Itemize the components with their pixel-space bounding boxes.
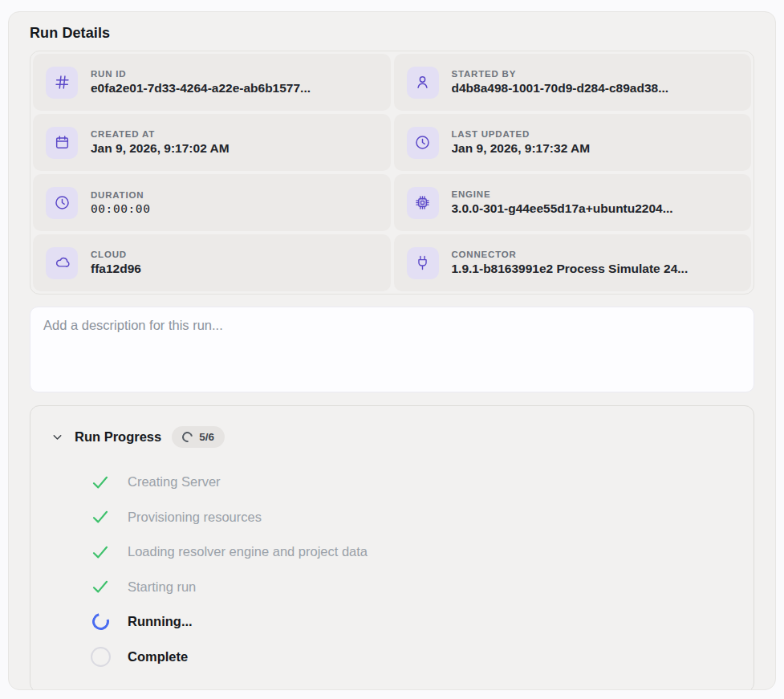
info-value: e0fa2e01-7d33-4264-a22e-ab6b1577... (91, 81, 311, 96)
run-progress-title: Run Progress (75, 429, 161, 445)
progress-step: Complete (90, 640, 734, 675)
progress-count: 5/6 (199, 431, 214, 443)
info-card-last-updated: LAST UPDATED Jan 9, 2026, 9:17:32 AM (394, 114, 752, 171)
clock-icon (407, 127, 439, 159)
progress-step: Provisioning resources (90, 500, 734, 535)
page-title: Run Details (30, 25, 754, 42)
run-info-grid: RUN ID e0fa2e01-7d33-4264-a22e-ab6b1577.… (30, 51, 754, 295)
calendar-icon (46, 127, 78, 159)
info-label: CONNECTOR (452, 250, 689, 259)
step-label: Creating Server (128, 474, 221, 490)
plug-icon (407, 247, 439, 279)
info-label: CLOUD (91, 250, 141, 259)
step-label: Provisioning resources (128, 510, 262, 525)
progress-step: Running... (90, 604, 734, 640)
pending-circle-icon (90, 646, 111, 667)
chip-icon (407, 187, 439, 219)
info-value: 3.0.0-301-g44ee55d17a+ubuntu2204... (452, 201, 673, 216)
info-card-engine: ENGINE 3.0.0-301-g44ee55d17a+ubuntu2204.… (394, 174, 752, 231)
info-card-cloud: CLOUD ffa12d96 (33, 234, 391, 291)
spinner-icon (181, 429, 195, 444)
progress-step: Starting run (90, 570, 734, 605)
progress-step: Creating Server (90, 465, 734, 500)
info-card-connector: CONNECTOR 1.9.1-b8163991e2 Process Simul… (394, 234, 752, 291)
info-card-started-by: STARTED BY d4b8a498-1001-70d9-d284-c89ad… (394, 54, 752, 111)
info-value: ffa12d96 (91, 262, 141, 276)
info-label: RUN ID (91, 69, 311, 79)
info-value: Jan 9, 2026, 9:17:02 AM (91, 141, 230, 156)
run-progress-section: Run Progress 5/6 Creating Server Provisi… (30, 405, 754, 690)
info-value: d4b8a498-1001-70d9-d284-c89ad38... (452, 81, 669, 96)
hash-icon (46, 67, 78, 99)
progress-step-list: Creating Server Provisioning resources L… (90, 465, 734, 674)
chevron-down-icon (51, 430, 64, 444)
run-details-panel: Run Details RUN ID e0fa2e01-7d33-4264-a2… (8, 11, 776, 690)
info-card-duration: DURATION 00:00:00 (33, 174, 391, 231)
step-label: Complete (128, 649, 188, 664)
loading-spinner-icon (90, 612, 111, 632)
check-icon (90, 506, 111, 527)
info-label: ENGINE (452, 189, 673, 199)
user-icon (407, 67, 439, 99)
info-card-created-at: CREATED AT Jan 9, 2026, 9:17:02 AM (33, 114, 391, 171)
info-value: 00:00:00 (91, 202, 150, 215)
cloud-icon (46, 247, 78, 279)
info-value: 1.9.1-b8163991e2 Process Simulate 24... (452, 262, 689, 276)
check-icon (90, 542, 111, 563)
collapse-toggle-button[interactable] (50, 430, 64, 445)
info-label: CREATED AT (91, 129, 230, 139)
step-label: Loading resolver engine and project data (128, 544, 368, 559)
progress-count-badge: 5/6 (172, 426, 225, 448)
run-description-input[interactable] (30, 307, 754, 392)
info-label: LAST UPDATED (452, 129, 591, 139)
progress-step: Loading resolver engine and project data (90, 534, 734, 570)
info-value: Jan 9, 2026, 9:17:32 AM (452, 141, 591, 156)
check-icon (90, 472, 111, 493)
run-progress-header[interactable]: Run Progress 5/6 (50, 426, 734, 448)
info-label: DURATION (91, 190, 150, 200)
check-icon (90, 576, 111, 597)
info-card-run-id: RUN ID e0fa2e01-7d33-4264-a22e-ab6b1577.… (33, 54, 391, 111)
clock-icon (46, 187, 78, 219)
step-label: Running... (128, 614, 193, 629)
step-label: Starting run (128, 579, 196, 595)
info-label: STARTED BY (452, 69, 669, 79)
